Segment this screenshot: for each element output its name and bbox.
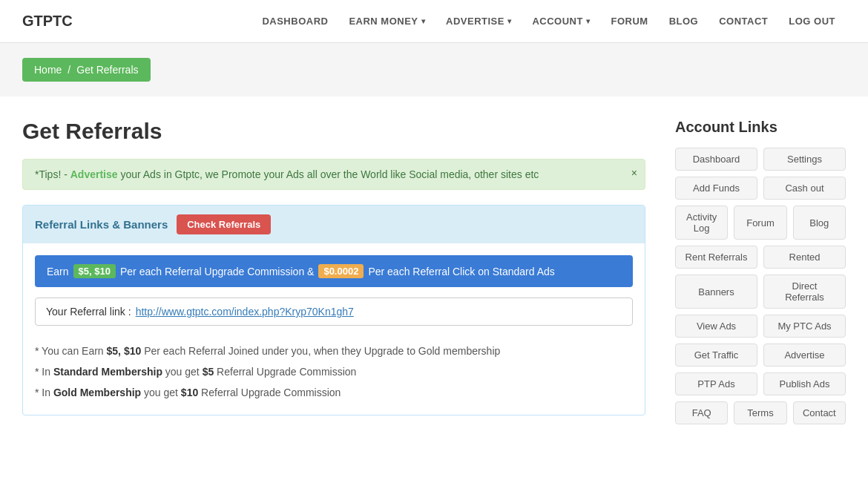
info-amount-1: $5, $10 [107,345,142,357]
info-line-3: * In Gold Membership you get $10 Referra… [35,382,633,403]
breadcrumb-bar: Home / Get Referrals [0,43,868,96]
info-amount-2: $5 [203,366,214,378]
nav-dashboard[interactable]: DASHBOARD [251,0,338,43]
nav-contact[interactable]: CONTACT [708,0,778,43]
referral-section-title: Referral Links & Banners [35,218,168,231]
breadcrumb-separator: / [68,64,70,76]
acct-link-dashboard[interactable]: Dashboard [675,148,757,171]
account-links-grid-row7: Get Traffic Advertise [675,344,846,367]
referral-link-row: Your Referral link : http://www.gtptc.co… [35,298,633,326]
breadcrumb-home[interactable]: Home [34,64,62,76]
tips-advertise-link[interactable]: Advertise [70,168,118,180]
acct-link-blog[interactable]: Blog [793,206,846,240]
earn-text-1: Earn [47,266,69,277]
acct-link-activity-log[interactable]: Activity Log [675,206,728,240]
info-line-1: * You can Earn $5, $10 Per each Referral… [35,341,633,361]
acct-link-contact[interactable]: Contact [793,401,846,424]
info-gold-membership: Gold Membership [53,387,141,398]
nav-earn-money[interactable]: EARN MONEY ▾ [338,0,435,43]
earn-text-3: Per each Referral Click on Standard Ads [368,266,554,277]
acct-link-terms[interactable]: Terms [734,401,786,424]
referral-link-url[interactable]: http://www.gtptc.com/index.php?Kryp70Kn1… [136,306,354,318]
tips-prefix: *Tips! - [35,168,70,180]
account-links-grid-row9: FAQ Terms Contact [675,401,846,424]
earn-badge-green: $5, $10 [73,264,116,278]
tips-close-button[interactable]: × [631,167,637,179]
acct-link-rent-referrals[interactable]: Rent Referrals [675,246,757,269]
chevron-down-icon: ▾ [421,17,426,25]
tips-text: your Ads in Gtptc, we Promote your Ads a… [118,168,539,180]
nav-advertise[interactable]: ADVERTISE ▾ [435,0,522,43]
breadcrumb: Home / Get Referrals [22,58,151,82]
acct-link-direct-referrals[interactable]: Direct Referrals [763,275,846,309]
info-amount-3: $10 [181,387,198,398]
acct-link-ptp-ads[interactable]: PTP Ads [675,372,757,395]
chevron-down-icon: ▾ [586,17,591,25]
account-links-grid-row2: Add Funds Cash out [675,177,846,200]
account-links-grid-row8: PTP Ads Publish Ads [675,372,846,395]
nav-logout[interactable]: LOG OUT [778,0,846,43]
page-title: Get Referrals [22,119,645,144]
acct-link-view-ads[interactable]: View Ads [675,315,757,338]
referral-link-label: Your Referral link : [46,306,131,318]
acct-link-add-funds[interactable]: Add Funds [675,177,757,200]
breadcrumb-current: Get Referrals [76,64,138,76]
check-referrals-button[interactable]: Check Referrals [177,214,271,234]
acct-link-faq[interactable]: FAQ [675,401,728,424]
acct-link-get-traffic[interactable]: Get Traffic [675,344,757,367]
tips-box: *Tips! - Advertise your Ads in Gtptc, we… [22,159,645,190]
left-column: Get Referrals *Tips! - Advertise your Ad… [22,119,675,430]
referral-body: Earn $5, $10 Per each Referral Upgrade C… [23,243,645,415]
account-links-grid-row5: Banners Direct Referrals [675,275,846,309]
right-column: Account Links Dashboard Settings Add Fun… [675,119,846,430]
account-links-grid-row4: Rent Referrals Rented [675,246,846,269]
account-links-grid-row1: Dashboard Settings [675,148,846,171]
navbar: GTPTC DASHBOARD EARN MONEY ▾ ADVERTISE ▾… [0,0,868,43]
nav-links: DASHBOARD EARN MONEY ▾ ADVERTISE ▾ ACCOU… [251,0,846,43]
acct-link-publish-ads[interactable]: Publish Ads [763,372,846,395]
acct-link-my-ptc-ads[interactable]: My PTC Ads [763,315,846,338]
acct-link-forum[interactable]: Forum [734,206,786,240]
earn-text-2: Per each Referral Upgrade Commission & [120,266,314,277]
acct-link-settings[interactable]: Settings [763,148,846,171]
info-line-2: * In Standard Membership you get $5 Refe… [35,361,633,382]
referral-section: Referral Links & Banners Check Referrals… [22,205,645,415]
referral-header: Referral Links & Banners Check Referrals [23,206,645,243]
chevron-down-icon: ▾ [507,17,512,25]
acct-link-rented[interactable]: Rented [763,246,846,269]
account-links-grid-row3: Activity Log Forum Blog [675,206,846,240]
nav-account[interactable]: ACCOUNT ▾ [522,0,600,43]
nav-forum[interactable]: FORUM [600,0,658,43]
account-links-title: Account Links [675,119,846,136]
earn-banner: Earn $5, $10 Per each Referral Upgrade C… [35,255,633,287]
acct-link-cash-out[interactable]: Cash out [763,177,846,200]
referral-info: * You can Earn $5, $10 Per each Referral… [35,341,633,403]
site-logo: GTPTC [22,13,73,30]
acct-link-advertise[interactable]: Advertise [763,344,846,367]
nav-blog[interactable]: BLOG [659,0,709,43]
account-links-grid-row6: View Ads My PTC Ads [675,315,846,338]
info-standard-membership: Standard Membership [53,366,162,378]
acct-link-banners[interactable]: Banners [675,275,757,309]
main-content: Get Referrals *Tips! - Advertise your Ad… [0,96,868,453]
earn-badge-orange: $0.0002 [318,264,364,278]
